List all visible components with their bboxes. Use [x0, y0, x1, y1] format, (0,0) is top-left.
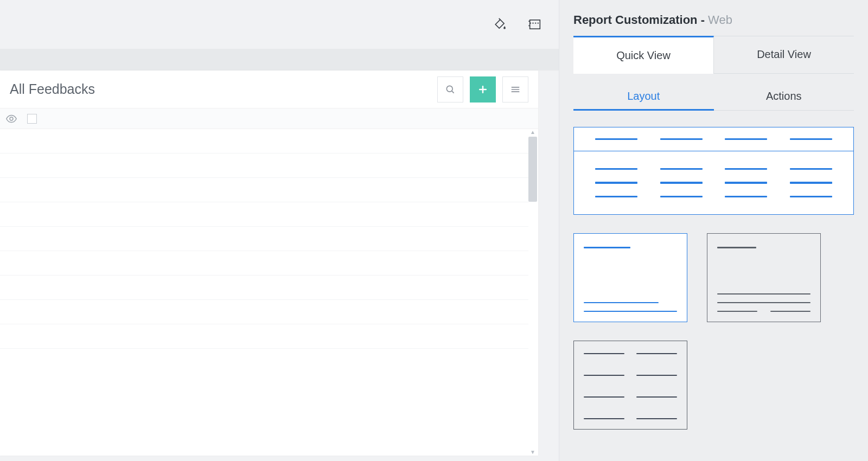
table-row[interactable] — [0, 202, 528, 227]
report-body: ▲ ▼ — [0, 129, 538, 456]
layout-options-row-3 — [573, 341, 854, 430]
report-card: All Feedbacks — [0, 71, 538, 456]
panel-title-main: Report Customization - — [573, 13, 708, 27]
subtab-layout[interactable]: Layout — [573, 84, 714, 111]
scrollbar[interactable]: ▲ ▼ — [528, 129, 537, 456]
search-button[interactable] — [437, 76, 463, 103]
svg-rect-0 — [530, 20, 540, 29]
layout-option-card-blue[interactable] — [573, 233, 687, 322]
tab-quick-view[interactable]: Quick View — [573, 36, 714, 74]
top-toolbar — [0, 0, 559, 49]
main-canvas: All Feedbacks — [0, 0, 559, 461]
report-rows — [0, 129, 528, 456]
svg-point-2 — [10, 117, 13, 120]
paint-bucket-icon[interactable] — [493, 17, 508, 32]
subtab-actions[interactable]: Actions — [714, 84, 854, 110]
table-layout-preview — [574, 127, 853, 214]
visibility-toggle[interactable] — [5, 113, 17, 125]
report-subheader — [0, 108, 538, 129]
table-row[interactable] — [0, 251, 528, 276]
table-row[interactable] — [0, 153, 528, 178]
subtabs: Layout Actions — [573, 84, 854, 111]
customization-panel: Report Customization - Web Quick View De… — [559, 0, 868, 461]
layout-settings-icon[interactable] — [527, 17, 542, 32]
table-row[interactable] — [0, 324, 528, 349]
table-row[interactable] — [0, 129, 528, 153]
select-all-checkbox[interactable] — [27, 114, 37, 124]
svg-point-1 — [446, 86, 452, 92]
layout-option-table[interactable] — [573, 127, 854, 215]
report-header-actions — [437, 76, 528, 103]
panel-title: Report Customization - Web — [573, 13, 854, 36]
panel-title-sub: Web — [708, 13, 732, 27]
scroll-thumb[interactable] — [528, 137, 537, 202]
table-row[interactable] — [0, 276, 528, 300]
tab-detail-view[interactable]: Detail View — [714, 36, 854, 74]
more-menu-button[interactable] — [502, 76, 528, 103]
report-card-header: All Feedbacks — [0, 71, 538, 108]
canvas-header-band — [0, 49, 559, 71]
table-row[interactable] — [0, 300, 528, 324]
layout-option-two-column[interactable] — [573, 341, 687, 430]
add-record-button[interactable] — [470, 76, 496, 103]
layout-options — [573, 111, 854, 430]
scroll-down-arrow[interactable]: ▼ — [530, 449, 535, 456]
view-tabs: Quick View Detail View — [573, 36, 854, 74]
layout-options-row-2 — [573, 233, 854, 322]
table-row[interactable] — [0, 178, 528, 202]
layout-option-card-gray[interactable] — [707, 233, 821, 322]
scroll-up-arrow[interactable]: ▲ — [530, 129, 535, 136]
table-row[interactable] — [0, 227, 528, 251]
report-title: All Feedbacks — [10, 81, 95, 97]
